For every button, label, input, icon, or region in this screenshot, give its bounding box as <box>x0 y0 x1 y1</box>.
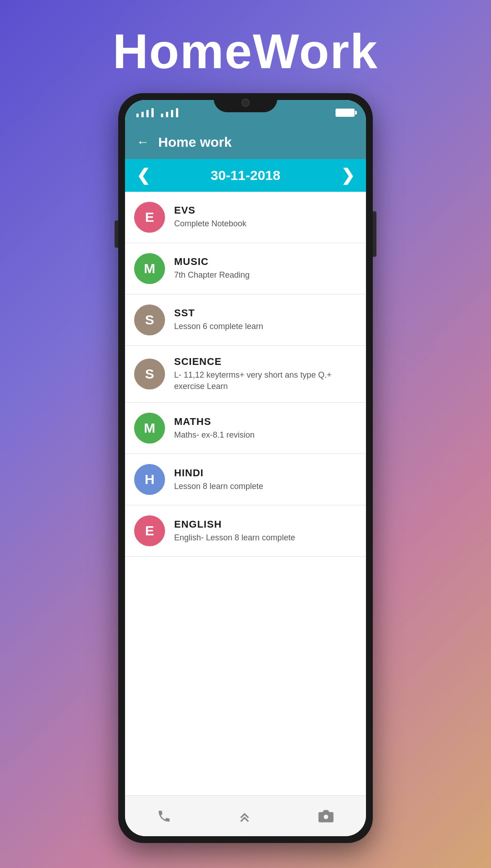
subject-name: HINDI <box>174 467 357 479</box>
signal-indicator <box>136 108 178 117</box>
header-title: Home work <box>158 135 232 150</box>
homework-item[interactable]: M MATHS Maths- ex-8.1 revision <box>125 403 366 454</box>
signal-bar-6 <box>166 112 168 117</box>
subject-task: Complete Notebook <box>174 218 357 229</box>
homework-list: E EVS Complete Notebook M MUSIC 7th Chap… <box>125 192 366 795</box>
subject-task: L- 11,12 keyterms+ very short ans type Q… <box>174 369 357 392</box>
subject-task: 7th Chapter Reading <box>174 269 357 281</box>
subject-avatar: M <box>134 413 165 444</box>
subject-task: Maths- ex-8.1 revision <box>174 429 357 441</box>
phone-nav-button[interactable] <box>157 809 171 823</box>
subject-info: MATHS Maths- ex-8.1 revision <box>174 416 357 441</box>
svg-point-0 <box>323 814 329 819</box>
phone-frame: ← Home work ❮ 30-11-2018 ❯ E EVS Complet… <box>118 93 373 843</box>
subject-avatar: E <box>134 515 165 546</box>
signal-bar-8 <box>176 108 178 117</box>
subject-name: MATHS <box>174 416 357 428</box>
subject-name: EVS <box>174 205 357 216</box>
subject-info: SST Lesson 6 complete learn <box>174 307 357 332</box>
subject-name: MUSIC <box>174 256 357 268</box>
signal-bar-2 <box>141 112 144 117</box>
subject-info: SCIENCE L- 11,12 keyterms+ very short an… <box>174 356 357 392</box>
phone-screen: ← Home work ❮ 30-11-2018 ❯ E EVS Complet… <box>125 100 366 836</box>
homework-item[interactable]: S SST Lesson 6 complete learn <box>125 294 366 346</box>
prev-date-button[interactable]: ❮ <box>136 166 150 185</box>
subject-avatar: S <box>134 304 165 335</box>
subject-task: Lesson 6 complete learn <box>174 321 357 332</box>
camera-nav-button[interactable] <box>318 808 334 824</box>
app-header: ← Home work <box>125 125 366 159</box>
front-camera <box>241 100 250 107</box>
subject-avatar: S <box>134 359 165 389</box>
battery-icon <box>336 109 355 117</box>
notch <box>214 100 277 112</box>
subject-task: English- Lesson 8 learn complete <box>174 532 357 544</box>
subject-info: MUSIC 7th Chapter Reading <box>174 256 357 281</box>
signal-bar-5 <box>161 114 163 117</box>
signal-bar-7 <box>171 110 173 117</box>
next-date-button[interactable]: ❯ <box>341 166 355 185</box>
current-date: 30-11-2018 <box>210 168 280 183</box>
status-bar <box>125 100 366 125</box>
subject-avatar: M <box>134 253 165 284</box>
subject-name: SST <box>174 307 357 319</box>
date-navigation: ❮ 30-11-2018 ❯ <box>125 159 366 192</box>
subject-name: ENGLISH <box>174 519 357 530</box>
app-title: HomeWork <box>113 23 378 80</box>
subject-info: ENGLISH English- Lesson 8 learn complete <box>174 519 357 544</box>
homework-item[interactable]: H HINDI Lesson 8 learn complete <box>125 454 366 505</box>
signal-bar-4 <box>151 108 154 117</box>
signal-bar-1 <box>136 114 139 117</box>
home-nav-button[interactable] <box>235 807 254 825</box>
subject-avatar: E <box>134 202 165 233</box>
back-button[interactable]: ← <box>136 135 149 150</box>
homework-item[interactable]: S SCIENCE L- 11,12 keyterms+ very short … <box>125 346 366 403</box>
homework-item[interactable]: M MUSIC 7th Chapter Reading <box>125 243 366 294</box>
bottom-navigation <box>125 795 366 836</box>
homework-item[interactable]: E EVS Complete Notebook <box>125 192 366 243</box>
subject-name: SCIENCE <box>174 356 357 368</box>
subject-info: HINDI Lesson 8 learn complete <box>174 467 357 492</box>
subject-task: Lesson 8 learn complete <box>174 481 357 492</box>
subject-info: EVS Complete Notebook <box>174 205 357 229</box>
homework-item[interactable]: E ENGLISH English- Lesson 8 learn comple… <box>125 505 366 557</box>
signal-bar-3 <box>146 110 149 117</box>
subject-avatar: H <box>134 464 165 495</box>
